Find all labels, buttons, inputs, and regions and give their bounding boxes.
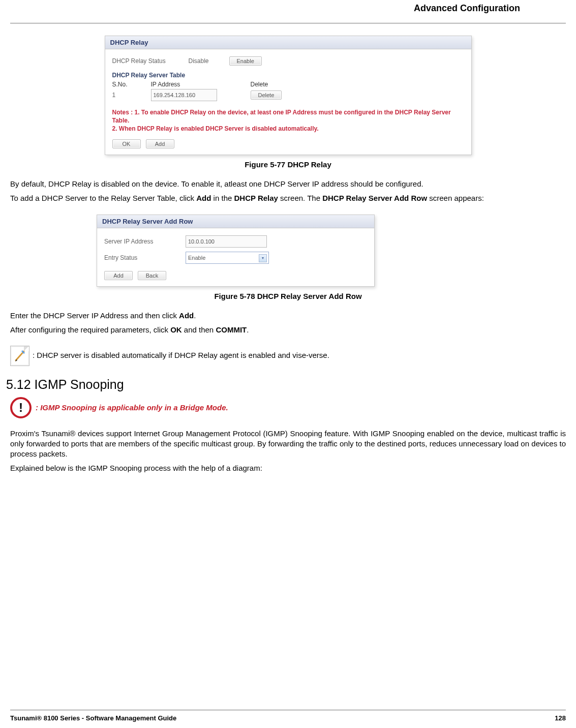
relay-status-value: Disable bbox=[189, 57, 224, 65]
row1-sno: 1 bbox=[112, 92, 143, 99]
para-1: By default, DHCP Relay is disabled on th… bbox=[10, 179, 566, 189]
warning-1-text: : IGMP Snooping is applicable only in a … bbox=[36, 403, 228, 412]
warning-icon: ! bbox=[10, 397, 32, 418]
para-2-a: To add a DHCP Server to the Relay Server… bbox=[10, 194, 196, 202]
entry-status-value: Enable bbox=[188, 253, 205, 262]
enable-button[interactable]: Enable bbox=[229, 56, 262, 66]
para-2-c: in the bbox=[211, 194, 234, 202]
para-4-b2: COMMIT bbox=[216, 325, 247, 334]
figure-5-77-caption: Figure 5-77 DHCP Relay bbox=[10, 160, 566, 169]
add-row-panel: DHCP Relay Server Add Row Server IP Addr… bbox=[97, 215, 375, 287]
footer-doc-title: Tsunami® 8100 Series - Software Manageme… bbox=[10, 714, 176, 722]
footer-rule bbox=[10, 710, 566, 710]
relay-server-table-heading: DHCP Relay Server Table bbox=[112, 68, 464, 80]
para-3: Enter the DHCP Server IP Address and the… bbox=[10, 311, 566, 321]
para-2-b2: DHCP Relay bbox=[234, 194, 278, 202]
chevron-down-icon: ▾ bbox=[259, 254, 267, 262]
row1-delete-button[interactable]: Delete bbox=[251, 90, 282, 100]
add-row-panel-title: DHCP Relay Server Add Row bbox=[97, 215, 374, 228]
para-2-b1: Add bbox=[196, 194, 211, 202]
ok-button[interactable]: OK bbox=[112, 139, 141, 148]
dhcp-relay-panel-title: DHCP Relay bbox=[105, 36, 471, 49]
chapter-title: Advanced Configuration bbox=[10, 0, 566, 14]
note-1-text: : DHCP server is disabled automatically … bbox=[33, 350, 329, 360]
para-4: After configuring the required parameter… bbox=[10, 325, 566, 335]
note-icon bbox=[10, 346, 29, 366]
th-delete: Delete bbox=[251, 80, 301, 89]
th-sno: S.No. bbox=[112, 80, 143, 89]
th-ip: IP Address bbox=[151, 80, 242, 89]
row1-ip-input[interactable]: 169.254.128.160 bbox=[151, 89, 217, 101]
relay-status-label: DHCP Relay Status bbox=[112, 57, 184, 65]
dhcp-relay-panel: DHCP Relay DHCP Relay Status Disable Ena… bbox=[105, 36, 472, 155]
relay-notes: Notes : 1. To enable DHCP Relay on the d… bbox=[105, 105, 471, 136]
para-4-b1: OK bbox=[170, 325, 182, 334]
page-footer: Tsunami® 8100 Series - Software Manageme… bbox=[10, 710, 566, 722]
warning-1: ! : IGMP Snooping is applicable only in … bbox=[10, 397, 566, 418]
para-4-e: . bbox=[247, 325, 249, 334]
section-5-12-heading: 5.12 IGMP Snooping bbox=[6, 377, 566, 392]
top-rule bbox=[10, 23, 566, 23]
para-2: To add a DHCP Server to the Relay Server… bbox=[10, 193, 566, 203]
para-3-c: . bbox=[194, 311, 196, 320]
note-1: : DHCP server is disabled automatically … bbox=[10, 346, 566, 366]
para-6: Explained below is the IGMP Snooping pro… bbox=[10, 463, 566, 473]
para-2-b3: DHCP Relay Server Add Row bbox=[322, 194, 427, 202]
footer-page-number: 128 bbox=[555, 714, 566, 722]
entry-status-select[interactable]: Enable ▾ bbox=[186, 252, 269, 264]
add-row-back-button[interactable]: Back bbox=[138, 271, 166, 280]
para-5: Proxim's Tsunami® devices support Intern… bbox=[10, 429, 566, 460]
entry-status-label: Entry Status bbox=[104, 254, 180, 261]
para-3-b1: Add bbox=[179, 311, 194, 320]
server-ip-input[interactable]: 10.0.0.100 bbox=[186, 235, 267, 248]
add-row-add-button[interactable]: Add bbox=[104, 271, 133, 280]
para-3-a: Enter the DHCP Server IP Address and the… bbox=[10, 311, 179, 320]
figure-5-78-caption: Figure 5-78 DHCP Relay Server Add Row bbox=[10, 292, 566, 300]
server-ip-label: Server IP Address bbox=[104, 238, 180, 245]
add-button[interactable]: Add bbox=[146, 139, 174, 148]
para-2-d: screen. The bbox=[278, 194, 322, 202]
para-4-c: and then bbox=[182, 325, 216, 334]
para-4-a: After configuring the required parameter… bbox=[10, 325, 170, 334]
para-2-e: screen appears: bbox=[427, 194, 484, 202]
